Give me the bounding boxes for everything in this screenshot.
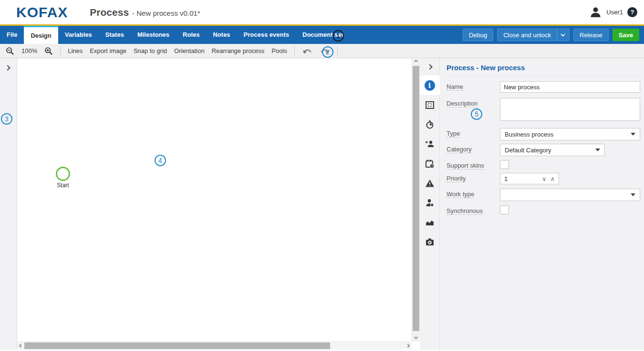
zoom-out-icon[interactable] bbox=[6, 47, 14, 55]
info-icon: i bbox=[425, 80, 435, 91]
save-button[interactable]: Save bbox=[613, 29, 639, 41]
release-button[interactable]: Release bbox=[573, 29, 609, 41]
debug-button[interactable]: Debug bbox=[463, 29, 493, 41]
category-value: Default Category bbox=[505, 147, 551, 154]
type-dropdown[interactable]: Business process bbox=[500, 128, 640, 140]
help-icon[interactable]: ? bbox=[627, 7, 637, 17]
frame-icon bbox=[425, 100, 435, 110]
calendar-clock-icon bbox=[425, 159, 435, 169]
priority-decrease-icon[interactable]: ∨ bbox=[542, 175, 547, 182]
timer-icon bbox=[425, 120, 435, 129]
tab-states[interactable]: States bbox=[99, 26, 131, 44]
tab-variables[interactable]: Variables bbox=[58, 26, 99, 44]
tab-reporting[interactable] bbox=[420, 213, 440, 232]
toolbar-separator bbox=[294, 46, 295, 56]
tab-notes[interactable]: Notes bbox=[206, 26, 237, 44]
menu-bar: File Design Variables States Milestones … bbox=[0, 26, 644, 44]
dropdown-arrow-icon bbox=[631, 193, 635, 196]
camera-gear-icon bbox=[425, 237, 435, 247]
synchronous-label: Synchronous bbox=[444, 205, 500, 214]
properties-title: Process - New process bbox=[444, 58, 640, 76]
tab-roles-access[interactable] bbox=[420, 134, 440, 154]
palette-panel-collapsed bbox=[0, 58, 17, 350]
kofax-logo: KOFAX bbox=[16, 4, 68, 21]
tab-display-settings[interactable] bbox=[420, 95, 440, 115]
description-input[interactable] bbox=[500, 98, 640, 121]
tab-general-info[interactable]: i bbox=[420, 75, 440, 95]
tab-design[interactable]: Design bbox=[24, 26, 58, 44]
tab-schedule[interactable] bbox=[420, 154, 440, 173]
tab-timing[interactable] bbox=[420, 115, 440, 134]
start-node[interactable] bbox=[56, 167, 70, 181]
name-label: Name bbox=[444, 81, 500, 93]
start-node-label: Start bbox=[49, 182, 77, 189]
synchronous-checkbox[interactable] bbox=[500, 205, 509, 214]
tab-capture-settings[interactable] bbox=[420, 232, 440, 252]
expand-palette-icon[interactable] bbox=[5, 65, 10, 70]
close-and-unlock-button[interactable]: Close and unlock bbox=[497, 29, 570, 41]
app-title: Process bbox=[90, 7, 129, 18]
scroll-right-icon[interactable] bbox=[406, 344, 410, 348]
close-and-unlock-dropdown[interactable] bbox=[557, 29, 569, 41]
collapse-panel-icon bbox=[427, 64, 432, 69]
dropdown-arrow-icon bbox=[595, 149, 600, 151]
scroll-left-icon[interactable] bbox=[19, 344, 23, 348]
vertical-scroll-thumb[interactable] bbox=[413, 66, 419, 331]
horizontal-scroll-thumb[interactable] bbox=[24, 342, 330, 349]
toolbar-separator bbox=[337, 46, 338, 56]
collapse-panel-button[interactable] bbox=[420, 58, 440, 75]
tab-milestones[interactable]: Milestones bbox=[131, 26, 176, 44]
undo-icon[interactable] bbox=[302, 48, 312, 54]
tab-resources[interactable] bbox=[420, 193, 440, 213]
properties-panel: i bbox=[420, 58, 644, 350]
add-person-icon bbox=[425, 139, 435, 149]
tab-exceptions[interactable] bbox=[420, 173, 440, 193]
category-dropdown[interactable]: Default Category bbox=[500, 144, 605, 156]
tab-file[interactable]: File bbox=[0, 26, 24, 44]
toolbar-item-rearrange-process[interactable]: Rearrange process bbox=[212, 47, 265, 54]
process-canvas[interactable]: Start bbox=[17, 58, 412, 341]
priority-increase-icon[interactable]: ∧ bbox=[550, 175, 555, 182]
tab-roles[interactable]: Roles bbox=[176, 26, 206, 44]
zoom-level: 100% bbox=[21, 47, 37, 54]
toolbar-separator bbox=[60, 46, 61, 56]
annotation-1: 1 bbox=[332, 30, 344, 42]
annotation-2: 2 bbox=[322, 46, 333, 58]
dropdown-arrow-icon bbox=[631, 133, 635, 136]
warning-icon bbox=[425, 179, 435, 188]
zoom-in-icon[interactable] bbox=[44, 47, 53, 55]
annotation-4: 4 bbox=[155, 155, 166, 166]
person-icon bbox=[425, 198, 435, 208]
support-skins-checkbox[interactable] bbox=[500, 160, 509, 169]
canvas-area: Start bbox=[17, 58, 420, 350]
toolbar-item-orientation[interactable]: Orientation bbox=[174, 47, 205, 54]
canvas-horizontal-scrollbar[interactable] bbox=[17, 341, 412, 350]
window-title: Process - New process v0.01* bbox=[90, 7, 200, 18]
work-type-dropdown[interactable] bbox=[500, 189, 640, 201]
tab-process-events[interactable]: Process events bbox=[237, 26, 296, 44]
type-label: Type bbox=[444, 128, 500, 140]
work-type-label: Work type bbox=[444, 189, 500, 201]
scroll-up-icon[interactable] bbox=[414, 60, 418, 64]
scroll-down-icon[interactable] bbox=[414, 335, 418, 339]
properties-form: Process - New process Name Description T… bbox=[440, 58, 644, 350]
toolbar-item-export-image[interactable]: Export image bbox=[90, 47, 126, 54]
properties-icon-strip: i bbox=[420, 58, 440, 350]
canvas-vertical-scrollbar[interactable] bbox=[412, 58, 420, 341]
type-value: Business process bbox=[505, 131, 553, 138]
support-skins-label: Support skins bbox=[444, 160, 500, 169]
priority-label: Priority bbox=[444, 173, 500, 184]
priority-spinner[interactable]: 1 ∨ ∧ bbox=[500, 173, 559, 184]
annotation-3: 3 bbox=[1, 113, 12, 125]
close-and-unlock-label[interactable]: Close and unlock bbox=[498, 29, 557, 41]
toolbar-item-pools[interactable]: Pools bbox=[271, 47, 287, 54]
toolbar-item-snap-to-grid[interactable]: Snap to grid bbox=[134, 47, 167, 54]
user-name: User1 bbox=[606, 9, 623, 16]
category-label: Category bbox=[444, 144, 500, 156]
toolbar-item-lines[interactable]: Lines bbox=[68, 47, 83, 54]
priority-value: 1 bbox=[504, 175, 508, 182]
name-input[interactable] bbox=[500, 81, 640, 93]
user-avatar-icon[interactable] bbox=[589, 6, 602, 19]
annotation-5: 5 bbox=[471, 108, 482, 120]
app-header: KOFAX Process - New process v0.01* User1… bbox=[0, 0, 644, 26]
